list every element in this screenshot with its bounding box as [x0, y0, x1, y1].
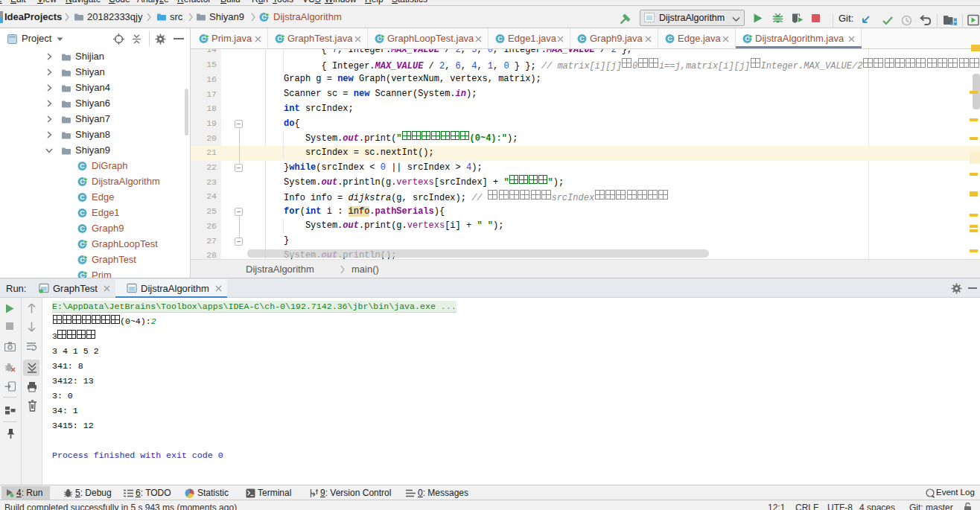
svg-text:C: C — [80, 162, 85, 170]
svg-text:C: C — [497, 35, 503, 42]
svg-text:C: C — [80, 194, 85, 201]
svg-text:C: C — [80, 209, 85, 217]
svg-text:C: C — [667, 35, 672, 42]
svg-text:C: C — [80, 225, 85, 232]
svg-text:C: C — [579, 35, 585, 42]
